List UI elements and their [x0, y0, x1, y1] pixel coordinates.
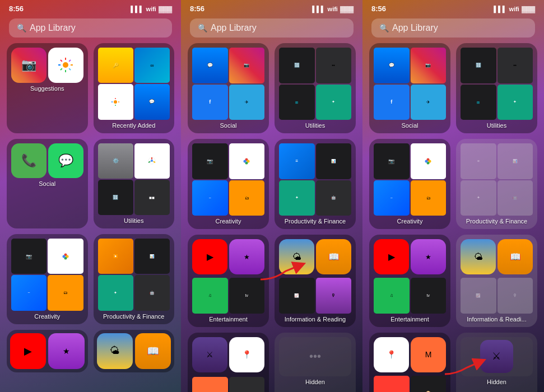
folder-reading-p3[interactable]: 🌤 📖 📈 🎙 Information & Readi... [456, 235, 537, 327]
icon-bezel-p3: ★ [411, 239, 446, 274]
icon-ut4: ✦ [316, 85, 352, 120]
folder-utilities-p1[interactable]: ⚙️ 🔢 ◼◼ Utilities [94, 139, 175, 229]
folder-creativity-p2[interactable]: 📷 ~ 🗂 Creativity [188, 139, 269, 229]
icon-bezel-p2: ★ [229, 239, 264, 274]
icon-calc-p3: 🔢 [461, 48, 496, 83]
wifi-icon-2: wifi [328, 6, 338, 12]
label-utilities-p1: Utilities [124, 217, 143, 224]
folder-social-p3[interactable]: 💬 📷 f ✈ Social [369, 43, 450, 133]
svg-point-22 [62, 255, 65, 258]
folder-other-p2[interactable]: ⚔ 📍 M 📦 Other [188, 333, 269, 393]
search-placeholder-1: App Library [30, 23, 76, 33]
icon-weather-p3: 🌤 [461, 239, 496, 274]
icon-rd4-p3: 🎙 [497, 278, 533, 314]
wifi-icon: wifi [146, 6, 156, 12]
icon-podcasts-p2: 🎙 [316, 278, 352, 314]
icon-clash-p3: ⚔ [480, 340, 513, 372]
label-utilities-p3: Utilities [487, 122, 506, 129]
folder-productivity-p2[interactable]: ≡ 📊 ✦ 🤖 Productivity & Finance [275, 139, 356, 229]
icon-pr2-p3: 📊 [497, 143, 533, 179]
label-reading-p2: Information & Reading [285, 316, 346, 323]
status-icons-3: ▌▌▌ wifi ▓▓▓ [494, 6, 535, 12]
folder-reading-p2[interactable]: 🌤 📖 📈 🎙 Information & Reading [275, 235, 356, 327]
search-placeholder-2: App Library [211, 23, 257, 33]
icon-cr4: 🗂 [48, 275, 83, 310]
folder-creativity-p1[interactable]: 📷 ~ 🗂 Creativity [7, 234, 88, 324]
folder-recently-added[interactable]: 🔑 ∞ 💬 Recently Added [94, 43, 175, 133]
icon-stocks-p2: 📈 [279, 278, 315, 314]
icon-cr4-p3: 🗂 [411, 180, 447, 216]
label-creativity-p2: Creativity [216, 218, 241, 225]
folder-hidden-p3[interactable]: ⚔ Hidden [456, 333, 537, 393]
folder-social-p1[interactable]: 📞 💬 Social [7, 139, 88, 229]
folder-social-p2[interactable]: 💬 📷 f ✈ Social [188, 43, 269, 133]
icon-cr3-p2: ~ [192, 180, 228, 216]
icon-cr4-p2: 🗂 [229, 180, 265, 216]
svg-line-6 [69, 69, 71, 71]
icon-util4: ◼◼ [134, 180, 170, 215]
icon-messenger-p3: 💬 [374, 48, 410, 83]
signal-icon: ▌▌▌ [131, 6, 143, 12]
icon-camera: 📷 [11, 239, 47, 274]
status-bar-2: 8:56 ▌▌▌ wifi ▓▓▓ [181, 0, 362, 15]
label-productivity-p3: Productivity & Finance [466, 218, 527, 225]
icon-pr2: 📊 [134, 239, 170, 274]
folder-productivity-p3[interactable]: ≡ 📊 ✦ 🤖 Productivity & Finance [456, 139, 537, 229]
icon-calculator: 🔢 [98, 180, 133, 215]
icon-pr4: 🤖 [134, 275, 170, 310]
icon-telegram-p2: ✈ [229, 85, 265, 120]
icon-clash-p2: ⚔ [192, 337, 227, 372]
signal-icon-3: ▌▌▌ [494, 6, 506, 12]
icon-photos [48, 48, 83, 83]
folder-reading-partial[interactable]: 🌤 📖 [94, 330, 175, 372]
icon-messenger-sm: 💬 [134, 84, 170, 119]
search-icon-2: 🔍 [198, 24, 207, 32]
folder-creativity-p3[interactable]: 📷 ~ 🗂 Creativity [369, 139, 450, 229]
icon-whatsapp: 💬 [48, 143, 83, 179]
folder-other-p3[interactable]: 📍 M ! 📦 Other [369, 333, 450, 393]
icon-cr3: ~ [11, 275, 47, 310]
icon-weather-p2: 🌤 [279, 239, 314, 274]
icon-pr3-p3: ✦ [461, 180, 496, 216]
icon-ut2: ▪▪ [316, 48, 352, 83]
icon-pr3-p2: ✦ [279, 180, 315, 216]
phone-panel-2: 8:56 ▌▌▌ wifi ▓▓▓ 🔍 App Library 💬 📷 f ✈ … [181, 0, 362, 392]
folder-utilities-p2[interactable]: 🔢 ▪▪ ⊞ ✦ Utilities [275, 43, 356, 133]
label-creativity-p3: Creativity [397, 218, 423, 225]
icon-instagram: 📷 [11, 48, 47, 83]
icon-books-p2: 📖 [316, 239, 351, 274]
icon-apptv-p3: tv [411, 278, 447, 314]
icon-copilot: ∞ [134, 48, 170, 83]
label-social-p2: Social [220, 122, 237, 129]
search-bar-1[interactable]: 🔍 App Library [9, 18, 172, 38]
status-icons-1: ▌▌▌ wifi ▓▓▓ [131, 6, 172, 12]
label-reading-p3: Information & Readi... [467, 316, 526, 323]
time-2: 8:56 [190, 4, 204, 13]
folder-suggestions[interactable]: 📷 [7, 43, 88, 133]
folder-hidden-p2[interactable]: ••• Hidden [275, 333, 356, 393]
search-icon-1: 🔍 [17, 24, 26, 32]
status-bar-3: 8:56 ▌▌▌ wifi ▓▓▓ [362, 0, 544, 15]
svg-point-15 [151, 160, 154, 162]
app-grid-3: 💬 📷 f ✈ Social 🔢 ▪▪ ⊞ ✦ Utilities [362, 43, 544, 392]
svg-line-5 [61, 60, 62, 62]
icon-camera-p2: 📷 [192, 143, 228, 179]
battery-icon-2: ▓▓▓ [340, 6, 354, 12]
icon-cr3-p3: ~ [374, 180, 410, 216]
folder-productivity-p1[interactable]: ▶️ 📊 ✦ 🤖 Productivity & Finance [94, 234, 175, 324]
folder-entertainment-p3[interactable]: ▶ ★ ♫ tv Entertainment [369, 235, 450, 327]
app-grid-1: 📷 [0, 43, 181, 372]
icon-calc-p2: 🔢 [279, 48, 315, 83]
icon-camera-p3: 📷 [374, 143, 410, 179]
battery-icon-3: ▓▓▓ [522, 6, 535, 12]
icon-ut3: ⊞ [279, 85, 315, 120]
icon-melon-p3: M [411, 337, 446, 372]
search-bar-2[interactable]: 🔍 App Library [190, 18, 354, 38]
search-bar-3[interactable]: 🔍 App Library [371, 18, 535, 38]
folder-entertainment-p2[interactable]: ▶ ★ ♫ tv Entertainment [188, 235, 269, 327]
icon-ut2-p3: ▪▪ [497, 48, 533, 83]
svg-point-0 [63, 62, 68, 68]
folder-utilities-p3[interactable]: 🔢 ▪▪ ⊞ ✦ Utilities [456, 43, 537, 133]
icon-ut4-p3: ✦ [497, 85, 533, 120]
folder-entertainment-partial[interactable]: ▶ ★ [7, 330, 88, 372]
